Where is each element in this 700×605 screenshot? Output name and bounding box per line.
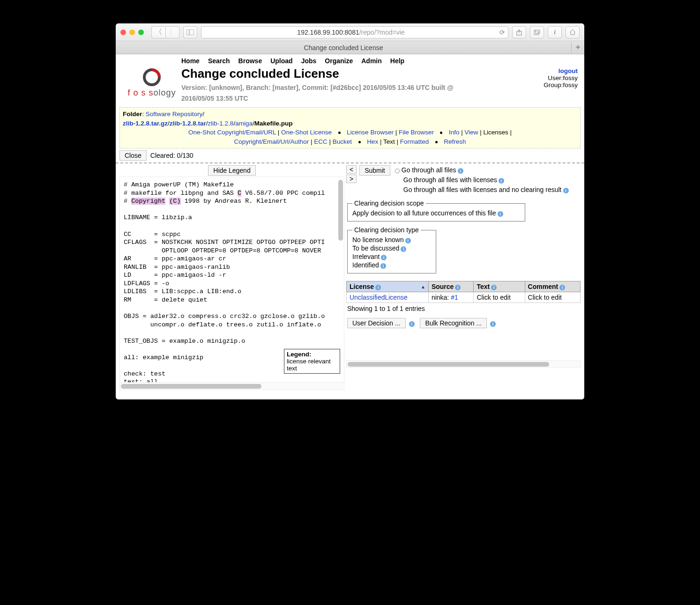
go-option-0[interactable]: Go through all files xyxy=(402,166,456,174)
nav-search[interactable]: Search xyxy=(208,57,230,65)
sort-asc-icon: ▲ xyxy=(421,284,425,289)
tabs-icon[interactable] xyxy=(530,26,544,38)
link-formatted[interactable]: Formatted xyxy=(400,138,429,145)
info-icon[interactable]: i xyxy=(405,238,411,243)
minimize-window-icon[interactable] xyxy=(129,30,135,35)
next-file-button[interactable]: > xyxy=(346,175,357,183)
info-icon[interactable]: i xyxy=(563,188,569,193)
home-icon[interactable] xyxy=(566,26,580,38)
page-title: Change concluded License xyxy=(181,66,526,81)
col-license[interactable]: Licensei▲ xyxy=(347,281,429,292)
horizontal-scrollbar[interactable] xyxy=(121,384,261,389)
back-button[interactable]: 〈 xyxy=(151,26,165,38)
link-file-browser[interactable]: File Browser xyxy=(399,129,434,136)
license-link[interactable]: UnclassifiedLicense xyxy=(350,294,408,301)
url-bar[interactable]: 192.168.99.100:8081/repo/?mod=vie ⟳ xyxy=(201,26,508,38)
bulk-recognition-button[interactable]: Bulk Recognition ... xyxy=(420,318,487,328)
text-cell[interactable]: Click to edit xyxy=(474,292,525,303)
logout-link[interactable]: logout xyxy=(559,67,578,74)
nav-jobs[interactable]: Jobs xyxy=(301,57,317,65)
sidebar-toggle-icon[interactable] xyxy=(183,26,197,38)
col-source[interactable]: Sourcei xyxy=(428,281,474,292)
version-line: Version: [unknown], Branch: [master], Co… xyxy=(181,83,526,93)
col-text[interactable]: Texti xyxy=(474,281,525,292)
breadcrumb-part-0[interactable]: zlib-1.2.8.tar.gz xyxy=(123,120,168,127)
nav-upload[interactable]: Upload xyxy=(270,57,292,65)
nav-browse[interactable]: Browse xyxy=(238,57,262,65)
link-copyright-email[interactable]: Copyright/Email/Url/Author xyxy=(234,138,309,145)
source-label: ninka: xyxy=(432,294,449,301)
col-comment[interactable]: Commenti xyxy=(525,281,580,292)
window-controls xyxy=(120,30,144,35)
link-ecc[interactable]: ECC xyxy=(314,138,328,145)
close-button[interactable]: Close xyxy=(119,150,147,161)
info-icon[interactable]: i xyxy=(498,211,503,217)
file-view-pane: Hide Legend # Amiga powerUP (TM) Makefil… xyxy=(119,165,344,390)
type-option-2[interactable]: Irrelevant xyxy=(352,253,380,260)
vertical-scrollbar[interactable] xyxy=(338,180,343,241)
info-icon[interactable]: i xyxy=(381,255,387,260)
svg-rect-4 xyxy=(535,30,540,33)
main-nav: Home Search Browse Upload Jobs Organize … xyxy=(116,54,584,66)
info-icon[interactable]: i xyxy=(455,285,461,290)
info-icon[interactable]: i xyxy=(490,321,496,327)
scope-body: Apply decision to all future occurrences… xyxy=(352,209,496,217)
link-view[interactable]: View xyxy=(465,129,478,136)
zoom-window-icon[interactable] xyxy=(138,30,144,35)
breadcrumb: Folder: Software Repository/ zlib-1.2.8.… xyxy=(119,107,581,148)
browser-window: 〈 〉 192.168.99.100:8081/repo/?mod=vie ⟳ … xyxy=(116,23,584,399)
page-content: Home Search Browse Upload Jobs Organize … xyxy=(116,54,584,399)
nav-home[interactable]: Home xyxy=(181,57,200,65)
info-icon[interactable]: i xyxy=(409,321,415,327)
nav-organize[interactable]: Organize xyxy=(325,57,353,65)
link-hex[interactable]: Hex xyxy=(367,138,378,145)
code-viewer[interactable]: # Amiga powerUP (TM) Makefile # makefile… xyxy=(119,177,344,383)
link-refresh[interactable]: Refresh xyxy=(444,138,466,145)
breadcrumb-root[interactable]: Software Repository xyxy=(146,111,203,118)
clearing-pane: < > Submit Go through all filesi Go thro… xyxy=(346,165,581,368)
info-icon[interactable]: i xyxy=(559,285,565,290)
info-icon[interactable]: i xyxy=(375,285,381,290)
radio-icon[interactable] xyxy=(395,169,400,173)
type-option-0[interactable]: No license known xyxy=(352,236,404,243)
prev-file-button[interactable]: < xyxy=(346,165,357,174)
link-license-browser[interactable]: License Browser xyxy=(347,129,394,136)
source-link[interactable]: #1 xyxy=(451,294,458,301)
nav-buttons: 〈 〉 xyxy=(151,26,179,38)
info-icon[interactable]: i xyxy=(401,246,406,252)
link-info[interactable]: Info xyxy=(449,129,460,136)
horizontal-scrollbar-track[interactable] xyxy=(119,383,344,390)
info-icon[interactable]: i xyxy=(499,178,504,184)
link-oneshot-copyright[interactable]: One-Shot Copyright/Email/URL xyxy=(188,129,276,136)
comment-cell[interactable]: Click to edit xyxy=(525,292,580,303)
right-horizontal-scrollbar[interactable] xyxy=(348,362,549,367)
type-option-3[interactable]: Identified xyxy=(352,261,379,269)
forward-button[interactable]: 〉 xyxy=(165,26,179,38)
breadcrumb-part-3[interactable]: amiga xyxy=(235,120,253,127)
link-oneshot-license[interactable]: One-Shot License xyxy=(281,129,332,136)
breadcrumb-part-1[interactable]: zlib-1.2.8.tar xyxy=(170,120,206,127)
reload-icon[interactable]: ⟳ xyxy=(499,29,505,36)
link-bucket[interactable]: Bucket xyxy=(333,138,352,145)
clearing-type-fieldset: Clearing decision type No license knowni… xyxy=(347,226,436,273)
right-horizontal-scrollbar-track[interactable] xyxy=(346,360,581,368)
legend-title: Legend: xyxy=(287,351,312,358)
type-option-1[interactable]: To be discussed xyxy=(352,244,399,252)
info-icon[interactable]: i xyxy=(491,285,497,290)
share-icon[interactable] xyxy=(512,26,526,38)
breadcrumb-part-2[interactable]: zlib-1.2.8 xyxy=(208,120,234,127)
close-window-icon[interactable] xyxy=(120,30,126,35)
go-option-1[interactable]: Go through all files with licenses xyxy=(403,176,497,184)
info-icon[interactable]: i xyxy=(548,26,562,38)
new-tab-button[interactable]: + xyxy=(571,43,584,52)
license-table: Licensei▲ Sourcei Texti Commenti Unclass… xyxy=(346,281,581,303)
submit-button[interactable]: Submit xyxy=(359,165,390,176)
hide-legend-button[interactable]: Hide Legend xyxy=(208,165,255,176)
user-decision-button[interactable]: User Decision ... xyxy=(347,318,406,328)
browser-tab[interactable]: Change concluded License xyxy=(116,44,571,52)
nav-admin[interactable]: Admin xyxy=(361,57,382,65)
info-icon[interactable]: i xyxy=(380,263,386,269)
nav-help[interactable]: Help xyxy=(390,57,404,65)
info-icon[interactable]: i xyxy=(458,168,463,174)
go-option-2[interactable]: Go through all files with licenses and n… xyxy=(403,186,562,193)
